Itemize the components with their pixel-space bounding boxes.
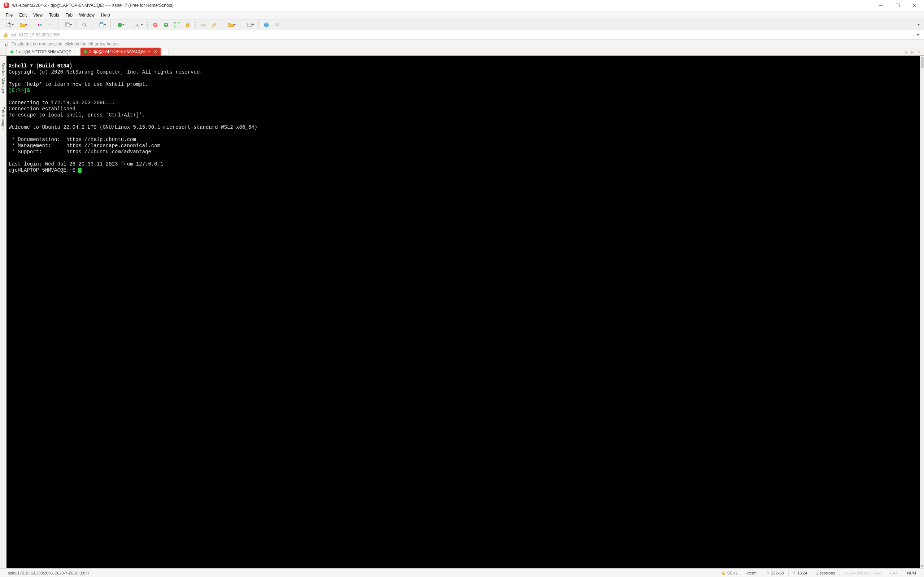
status-term-size: ⊞227x60 — [761, 569, 788, 577]
terminal-line: * Management: https://landscape.canonica… — [9, 143, 160, 148]
menu-view[interactable]: View — [30, 12, 45, 18]
status-num: NUM — [903, 569, 921, 577]
toolbar-separator — [129, 21, 129, 29]
reconnect-button[interactable] — [35, 21, 44, 29]
session-manager-tab[interactable]: Session Manager — [0, 56, 6, 100]
paste-button[interactable] — [95, 21, 108, 29]
terminal-line: * Documentation: https://help.ubuntu.com — [9, 137, 136, 142]
lock-icon — [722, 571, 725, 575]
menu-tab[interactable]: Tab — [63, 12, 76, 18]
xagent-button[interactable]: S — [150, 21, 160, 29]
toolbar-overflow-button[interactable] — [916, 21, 921, 29]
tab-label: 1 djc@LAPTOP-5NMVACQE: ~ — [16, 49, 76, 55]
session-tab-2[interactable]: 2 djc@LAPTOP-5NMVACQE: ~ ✕ — [81, 48, 161, 56]
status-dot-icon — [84, 50, 87, 53]
toolbar-separator — [240, 21, 241, 29]
close-tab-icon[interactable]: ✕ — [154, 49, 157, 54]
watermark-text: CSDN @Kudo_Blog — [840, 569, 886, 577]
terminal-line: Copyright (c) 2020 NetSarang Computer, I… — [9, 69, 203, 75]
new-session-button[interactable] — [3, 21, 15, 29]
xftp-button[interactable] — [162, 21, 171, 29]
hint-bar: To add the current session, click on the… — [0, 40, 924, 48]
svg-line-12 — [85, 26, 87, 27]
layout-button[interactable] — [243, 21, 255, 29]
svg-point-15 — [118, 23, 122, 27]
window-title: wsl-ubuntu2204-2 - djc@LAPTOP-5NMVACQE: … — [12, 3, 174, 8]
transfer-button[interactable] — [199, 21, 208, 29]
terminal-scrollbar[interactable] — [920, 56, 924, 568]
menu-file[interactable]: File — [3, 12, 16, 18]
session-tabs: 1 djc@LAPTOP-5NMVACQE: ~ 2 djc@LAPTOP-5N… — [0, 48, 924, 56]
tab-scroll-right-button[interactable]: ▶ — [909, 49, 915, 55]
svg-rect-10 — [66, 23, 69, 27]
terminal-line: To escape to local shell, press 'Ctrl+Al… — [9, 112, 145, 118]
find-button[interactable] — [80, 21, 89, 29]
scroll-thumb[interactable] — [921, 57, 924, 68]
tab-label: 2 djc@LAPTOP-5NMVACQE: ~ — [89, 49, 150, 54]
terminal-line: Connecting to 172.19.63.203:2096... — [9, 100, 115, 106]
menu-window[interactable]: Window — [76, 12, 97, 18]
terminal[interactable]: Xshell 7 (Build 0134) Copyright (c) 2020… — [6, 56, 920, 568]
terminal-line: Type `help' to learn how to use Xshell p… — [9, 82, 148, 87]
address-dropdown-button[interactable] — [915, 34, 921, 36]
svg-text:A: A — [135, 23, 139, 28]
terminal-line: Xshell 7 (Build 0134) — [9, 63, 72, 69]
disconnect-button[interactable] — [46, 21, 55, 29]
add-session-arrow-icon[interactable] — [3, 42, 9, 47]
toolbar-separator — [58, 21, 58, 29]
scroll-down-button[interactable] — [921, 564, 924, 568]
help-button[interactable]: ? — [262, 21, 271, 29]
status-connection: ssh://172.19.63.203:2096, 2023-7-26 20:3… — [3, 569, 94, 577]
main-body: Session Manager Tab Manager Xshell 7 (Bu… — [0, 56, 924, 568]
close-button[interactable] — [906, 0, 922, 11]
status-dot-icon — [10, 50, 13, 53]
toolbar-separator — [147, 21, 148, 29]
menu-edit[interactable]: Edit — [16, 12, 30, 18]
svg-rect-1 — [896, 4, 900, 7]
lock-button[interactable] — [183, 21, 192, 29]
terminal-shell-prompt: djc@LAPTOP-5NMVACQE:~$ — [9, 167, 78, 173]
status-term-type: xterm — [742, 569, 761, 577]
lock-icon — [3, 33, 8, 37]
menu-bar: File Edit View Tools Tab Window Help — [0, 11, 924, 19]
tab-manager-tab[interactable]: Tab Manager — [0, 100, 6, 136]
open-session-button[interactable] — [16, 21, 29, 29]
window-controls — [873, 0, 922, 11]
color-scheme-button[interactable] — [114, 21, 126, 29]
minimize-button[interactable] — [873, 0, 889, 11]
svg-rect-26 — [4, 35, 7, 37]
toolbar-separator — [195, 21, 195, 29]
hint-text: To add the current session, click on the… — [11, 42, 120, 47]
svg-rect-14 — [100, 23, 102, 23]
toolbar: A S ? — [0, 19, 924, 30]
highlight-button[interactable] — [209, 21, 219, 29]
terminal-prompt: [C:\~]$ — [9, 88, 33, 93]
maximize-button[interactable] — [889, 0, 906, 11]
terminal-line: Last login: Wed Jul 26 20:33:11 2023 fro… — [9, 161, 163, 167]
status-protocol: SSH2 — [717, 569, 742, 577]
menu-help[interactable]: Help — [98, 12, 113, 18]
svg-rect-22 — [247, 23, 252, 27]
open-folder-button[interactable] — [225, 21, 237, 29]
cursor-icon — [78, 168, 82, 173]
svg-rect-21 — [201, 24, 205, 26]
status-session-count: 2 sessions — [812, 569, 840, 577]
session-tab-1[interactable]: 1 djc@LAPTOP-5NMVACQE: ~ — [6, 48, 81, 56]
chat-button[interactable] — [273, 21, 282, 29]
svg-rect-27 — [722, 573, 724, 574]
tab-scroll-left-button[interactable]: ◀ — [903, 49, 909, 55]
menu-tools[interactable]: Tools — [46, 12, 62, 18]
font-button[interactable]: A — [132, 21, 144, 29]
svg-point-11 — [82, 23, 86, 26]
svg-text:?: ? — [266, 23, 268, 27]
terminal-line: Welcome to Ubuntu 22.04.2 LTS (GNU/Linux… — [9, 124, 257, 130]
svg-rect-13 — [100, 23, 103, 27]
terminal-line: Connection established. — [9, 106, 78, 112]
add-tab-button[interactable]: + — [162, 49, 168, 56]
toolbar-separator — [221, 21, 222, 29]
tab-list-button[interactable]: ▾ — [916, 49, 922, 55]
status-cursor-pos: ⌖18,24 — [789, 569, 812, 577]
fullscreen-button[interactable] — [172, 21, 181, 29]
address-bar[interactable]: ssh://172.19.63.203:2096 — [0, 30, 924, 40]
copy-button[interactable] — [61, 21, 74, 29]
